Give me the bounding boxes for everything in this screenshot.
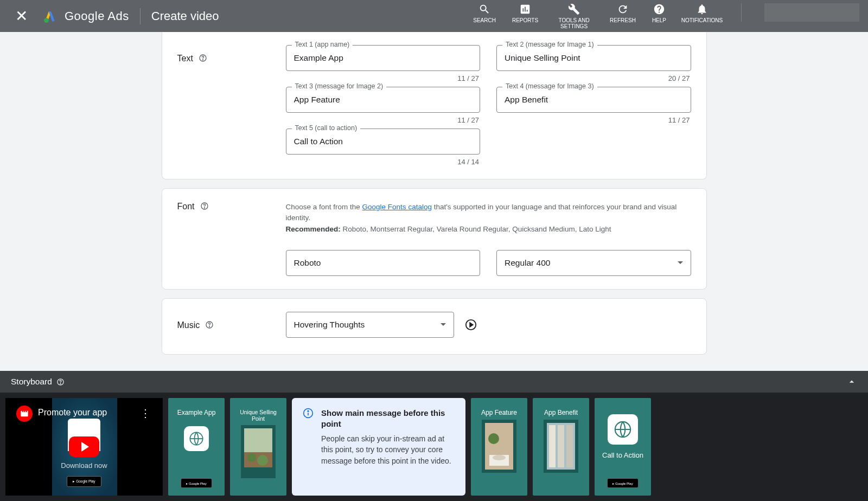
play-preview-button[interactable]: [465, 319, 477, 331]
text-2-count: 20 / 27: [668, 74, 690, 82]
text-4-count: 11 / 27: [668, 116, 690, 124]
text-1-input[interactable]: [294, 53, 473, 63]
text-2-input[interactable]: [505, 53, 683, 63]
help-circle-icon: [653, 3, 665, 15]
text-5-field: Text 5 (call to action) 14 / 14: [286, 129, 481, 166]
header-divider: [140, 8, 141, 24]
text-3-count: 11 / 27: [457, 116, 479, 124]
text-fields: Text 1 (app name) 11 / 27 Text 2 (messag…: [286, 45, 691, 166]
text-3-label: Text 3 (message for Image 2): [292, 82, 387, 90]
svg-point-2: [44, 18, 49, 23]
header-actions: SEARCH REPORTS TOOLS AND SETTINGS REFRES…: [473, 3, 859, 29]
search-icon: [478, 3, 490, 15]
text-5-count: 14 / 14: [457, 158, 479, 166]
font-weight-select[interactable]: Regular 400: [496, 250, 691, 276]
font-card: Font Choose a font from the Google Fonts…: [162, 188, 707, 290]
reports-icon: [519, 3, 531, 15]
music-card: Music Hovering Thoughts: [162, 298, 707, 355]
music-section-label: Music: [177, 312, 264, 338]
account-menu-placeholder[interactable]: [764, 3, 859, 22]
font-family-input[interactable]: [286, 250, 481, 276]
chevron-down-icon: [441, 323, 446, 326]
font-family-field[interactable]: [294, 258, 473, 268]
storyboard-header: Storyboard: [0, 371, 868, 373]
text-3-input[interactable]: [294, 95, 473, 105]
page-title: Create video: [151, 9, 219, 23]
help-icon[interactable]: [199, 54, 207, 62]
logo-area: Google Ads: [43, 9, 129, 23]
text-2-field: Text 2 (message for Image 1) 20 / 27: [496, 45, 691, 82]
text-section-label: Text: [177, 45, 264, 166]
search-button[interactable]: SEARCH: [473, 3, 496, 23]
notifications-button[interactable]: NOTIFICATIONS: [682, 3, 722, 23]
google-fonts-link[interactable]: Google Fonts catalog: [362, 203, 432, 211]
music-track-select[interactable]: Hovering Thoughts: [286, 312, 454, 338]
help-button[interactable]: HELP: [652, 3, 666, 23]
reports-button[interactable]: REPORTS: [512, 3, 538, 23]
wrench-icon: [568, 3, 580, 15]
text-1-field: Text 1 (app name) 11 / 27: [286, 45, 481, 82]
app-header: ✕ Google Ads Create video SEARCH REPORTS…: [0, 0, 868, 32]
font-section-label: Font: [177, 202, 264, 276]
refresh-icon: [617, 3, 629, 15]
svg-marker-10: [470, 323, 473, 326]
music-track-value: Hovering Thoughts: [294, 320, 365, 330]
header-divider-2: [741, 3, 742, 22]
svg-marker-1: [49, 11, 55, 21]
text-1-count: 11 / 27: [457, 74, 479, 82]
help-icon[interactable]: [205, 320, 214, 329]
svg-point-8: [209, 326, 210, 327]
chevron-down-icon: [678, 261, 683, 264]
text-5-label: Text 5 (call to action): [292, 124, 361, 132]
font-body: Choose a font from the Google Fonts cata…: [286, 202, 691, 276]
google-ads-logo-icon: [43, 9, 57, 23]
refresh-button[interactable]: REFRESH: [610, 3, 636, 23]
product-name: Google Ads: [65, 9, 129, 23]
text-4-input[interactable]: [505, 95, 683, 105]
svg-point-6: [204, 208, 205, 208]
text-3-field: Text 3 (message for Image 2) 11 / 27: [286, 87, 481, 124]
help-icon[interactable]: [200, 202, 209, 210]
text-5-input[interactable]: [294, 137, 473, 146]
bell-icon: [696, 3, 708, 15]
font-description: Choose a font from the Google Fonts cata…: [286, 202, 691, 235]
text-4-field: Text 4 (message for Image 3) 11 / 27: [496, 87, 691, 124]
text-1-label: Text 1 (app name): [292, 41, 353, 48]
storyboard-panel: Storyboard Promote your app ⋮ Download n…: [0, 371, 868, 373]
text-4-label: Text 4 (message for Image 3): [502, 82, 597, 90]
text-card: Text Text 1 (app name) 11 / 27 Text 2 (m…: [162, 32, 707, 179]
close-button[interactable]: ✕: [9, 7, 34, 25]
tools-settings-button[interactable]: TOOLS AND SETTINGS: [554, 3, 593, 29]
font-weight-value: Regular 400: [505, 258, 550, 268]
svg-point-4: [202, 60, 203, 60]
text-2-label: Text 2 (message for Image 1): [502, 41, 597, 48]
